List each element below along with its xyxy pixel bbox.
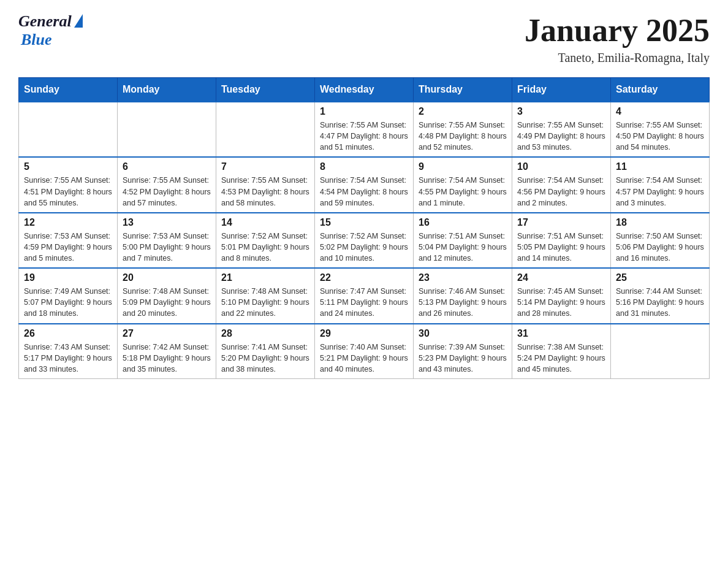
col-sunday: Sunday bbox=[19, 78, 118, 102]
table-row: 26Sunrise: 7:43 AM Sunset: 5:17 PM Dayli… bbox=[19, 324, 118, 379]
table-row: 15Sunrise: 7:52 AM Sunset: 5:02 PM Dayli… bbox=[315, 213, 414, 268]
table-row: 12Sunrise: 7:53 AM Sunset: 4:59 PM Dayli… bbox=[19, 213, 118, 268]
day-number: 2 bbox=[419, 106, 507, 117]
day-info: Sunrise: 7:51 AM Sunset: 5:04 PM Dayligh… bbox=[419, 231, 507, 264]
day-number: 13 bbox=[123, 217, 211, 228]
calendar-week-row: 5Sunrise: 7:55 AM Sunset: 4:51 PM Daylig… bbox=[19, 157, 710, 212]
table-row: 4Sunrise: 7:55 AM Sunset: 4:50 PM Daylig… bbox=[611, 102, 710, 157]
day-info: Sunrise: 7:51 AM Sunset: 5:05 PM Dayligh… bbox=[517, 231, 605, 264]
table-row: 16Sunrise: 7:51 AM Sunset: 5:04 PM Dayli… bbox=[414, 213, 512, 268]
day-info: Sunrise: 7:41 AM Sunset: 5:20 PM Dayligh… bbox=[221, 342, 309, 375]
day-info: Sunrise: 7:38 AM Sunset: 5:24 PM Dayligh… bbox=[517, 342, 605, 375]
day-number: 15 bbox=[320, 217, 408, 228]
logo-general-text: General bbox=[18, 12, 72, 31]
table-row: 19Sunrise: 7:49 AM Sunset: 5:07 PM Dayli… bbox=[19, 268, 118, 323]
day-number: 16 bbox=[419, 217, 507, 228]
day-info: Sunrise: 7:40 AM Sunset: 5:21 PM Dayligh… bbox=[320, 342, 408, 375]
logo-triangle-icon bbox=[74, 14, 83, 28]
table-row: 2Sunrise: 7:55 AM Sunset: 4:48 PM Daylig… bbox=[414, 102, 512, 157]
table-row: 31Sunrise: 7:38 AM Sunset: 5:24 PM Dayli… bbox=[512, 324, 611, 379]
day-number: 29 bbox=[320, 328, 408, 339]
month-title: January 2025 bbox=[525, 12, 710, 48]
day-info: Sunrise: 7:53 AM Sunset: 5:00 PM Dayligh… bbox=[123, 231, 211, 264]
table-row: 6Sunrise: 7:55 AM Sunset: 4:52 PM Daylig… bbox=[118, 157, 216, 212]
table-row: 13Sunrise: 7:53 AM Sunset: 5:00 PM Dayli… bbox=[118, 213, 216, 268]
day-number: 26 bbox=[24, 328, 112, 339]
day-number: 21 bbox=[221, 272, 309, 283]
day-info: Sunrise: 7:50 AM Sunset: 5:06 PM Dayligh… bbox=[616, 231, 704, 264]
day-info: Sunrise: 7:46 AM Sunset: 5:13 PM Dayligh… bbox=[419, 286, 507, 319]
table-row bbox=[216, 102, 315, 157]
day-number: 18 bbox=[616, 217, 704, 228]
col-monday: Monday bbox=[118, 78, 216, 102]
table-row: 7Sunrise: 7:55 AM Sunset: 4:53 PM Daylig… bbox=[216, 157, 315, 212]
day-number: 22 bbox=[320, 272, 408, 283]
day-number: 24 bbox=[517, 272, 605, 283]
day-number: 28 bbox=[221, 328, 309, 339]
day-info: Sunrise: 7:43 AM Sunset: 5:17 PM Dayligh… bbox=[24, 342, 112, 375]
table-row: 30Sunrise: 7:39 AM Sunset: 5:23 PM Dayli… bbox=[414, 324, 512, 379]
day-info: Sunrise: 7:47 AM Sunset: 5:11 PM Dayligh… bbox=[320, 286, 408, 319]
table-row bbox=[611, 324, 710, 379]
day-number: 17 bbox=[517, 217, 605, 228]
table-row: 5Sunrise: 7:55 AM Sunset: 4:51 PM Daylig… bbox=[19, 157, 118, 212]
calendar-table: Sunday Monday Tuesday Wednesday Thursday… bbox=[18, 77, 710, 379]
day-info: Sunrise: 7:49 AM Sunset: 5:07 PM Dayligh… bbox=[24, 286, 112, 319]
col-saturday: Saturday bbox=[611, 78, 710, 102]
day-number: 11 bbox=[616, 161, 704, 172]
day-number: 23 bbox=[419, 272, 507, 283]
day-number: 6 bbox=[123, 161, 211, 172]
day-info: Sunrise: 7:44 AM Sunset: 5:16 PM Dayligh… bbox=[616, 286, 704, 319]
page-header: General Blue January 2025 Taneto, Emilia… bbox=[18, 12, 710, 65]
day-number: 8 bbox=[320, 161, 408, 172]
day-number: 30 bbox=[419, 328, 507, 339]
day-info: Sunrise: 7:55 AM Sunset: 4:51 PM Dayligh… bbox=[24, 175, 112, 208]
day-info: Sunrise: 7:54 AM Sunset: 4:56 PM Dayligh… bbox=[517, 175, 605, 208]
logo: General Blue bbox=[18, 12, 83, 49]
col-friday: Friday bbox=[512, 78, 611, 102]
table-row: 11Sunrise: 7:54 AM Sunset: 4:57 PM Dayli… bbox=[611, 157, 710, 212]
col-wednesday: Wednesday bbox=[315, 78, 414, 102]
table-row: 1Sunrise: 7:55 AM Sunset: 4:47 PM Daylig… bbox=[315, 102, 414, 157]
day-info: Sunrise: 7:55 AM Sunset: 4:52 PM Dayligh… bbox=[123, 175, 211, 208]
day-number: 7 bbox=[221, 161, 309, 172]
table-row: 24Sunrise: 7:45 AM Sunset: 5:14 PM Dayli… bbox=[512, 268, 611, 323]
day-number: 20 bbox=[123, 272, 211, 283]
table-row: 28Sunrise: 7:41 AM Sunset: 5:20 PM Dayli… bbox=[216, 324, 315, 379]
day-info: Sunrise: 7:54 AM Sunset: 4:57 PM Dayligh… bbox=[616, 175, 704, 208]
day-info: Sunrise: 7:48 AM Sunset: 5:10 PM Dayligh… bbox=[221, 286, 309, 319]
day-number: 14 bbox=[221, 217, 309, 228]
day-info: Sunrise: 7:55 AM Sunset: 4:47 PM Dayligh… bbox=[320, 120, 408, 153]
table-row: 21Sunrise: 7:48 AM Sunset: 5:10 PM Dayli… bbox=[216, 268, 315, 323]
table-row: 10Sunrise: 7:54 AM Sunset: 4:56 PM Dayli… bbox=[512, 157, 611, 212]
table-row: 14Sunrise: 7:52 AM Sunset: 5:01 PM Dayli… bbox=[216, 213, 315, 268]
day-number: 25 bbox=[616, 272, 704, 283]
day-number: 19 bbox=[24, 272, 112, 283]
table-row: 22Sunrise: 7:47 AM Sunset: 5:11 PM Dayli… bbox=[315, 268, 414, 323]
location-text: Taneto, Emilia-Romagna, Italy bbox=[525, 51, 710, 65]
day-number: 31 bbox=[517, 328, 605, 339]
day-info: Sunrise: 7:54 AM Sunset: 4:54 PM Dayligh… bbox=[320, 175, 408, 208]
table-row: 18Sunrise: 7:50 AM Sunset: 5:06 PM Dayli… bbox=[611, 213, 710, 268]
calendar-week-row: 12Sunrise: 7:53 AM Sunset: 4:59 PM Dayli… bbox=[19, 213, 710, 268]
table-row: 29Sunrise: 7:40 AM Sunset: 5:21 PM Dayli… bbox=[315, 324, 414, 379]
title-section: January 2025 Taneto, Emilia-Romagna, Ita… bbox=[525, 12, 710, 65]
day-number: 4 bbox=[616, 106, 704, 117]
table-row: 3Sunrise: 7:55 AM Sunset: 4:49 PM Daylig… bbox=[512, 102, 611, 157]
day-info: Sunrise: 7:45 AM Sunset: 5:14 PM Dayligh… bbox=[517, 286, 605, 319]
table-row: 23Sunrise: 7:46 AM Sunset: 5:13 PM Dayli… bbox=[414, 268, 512, 323]
day-info: Sunrise: 7:39 AM Sunset: 5:23 PM Dayligh… bbox=[419, 342, 507, 375]
day-number: 5 bbox=[24, 161, 112, 172]
day-info: Sunrise: 7:55 AM Sunset: 4:49 PM Dayligh… bbox=[517, 120, 605, 153]
table-row: 9Sunrise: 7:54 AM Sunset: 4:55 PM Daylig… bbox=[414, 157, 512, 212]
day-info: Sunrise: 7:52 AM Sunset: 5:01 PM Dayligh… bbox=[221, 231, 309, 264]
day-number: 12 bbox=[24, 217, 112, 228]
day-info: Sunrise: 7:48 AM Sunset: 5:09 PM Dayligh… bbox=[123, 286, 211, 319]
table-row: 25Sunrise: 7:44 AM Sunset: 5:16 PM Dayli… bbox=[611, 268, 710, 323]
day-number: 9 bbox=[419, 161, 507, 172]
day-info: Sunrise: 7:55 AM Sunset: 4:50 PM Dayligh… bbox=[616, 120, 704, 153]
day-info: Sunrise: 7:42 AM Sunset: 5:18 PM Dayligh… bbox=[123, 342, 211, 375]
day-number: 10 bbox=[517, 161, 605, 172]
day-info: Sunrise: 7:54 AM Sunset: 4:55 PM Dayligh… bbox=[419, 175, 507, 208]
table-row bbox=[118, 102, 216, 157]
